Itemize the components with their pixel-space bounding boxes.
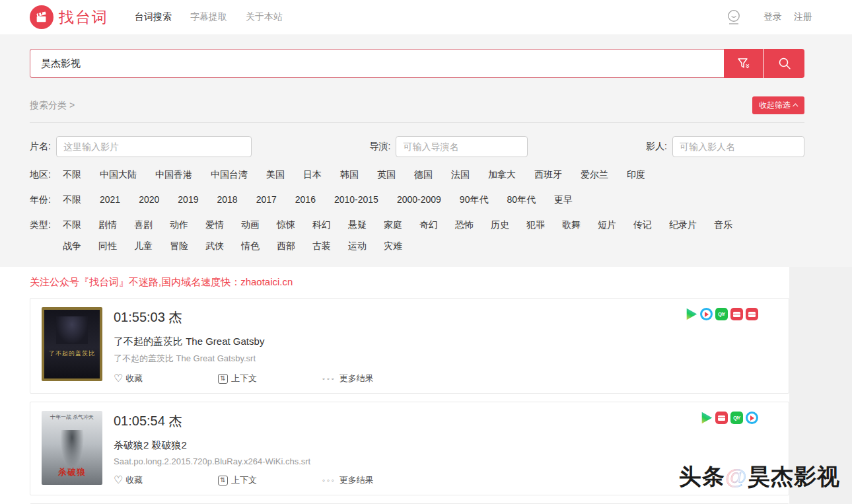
iqiyi-icon[interactable]: QIY bbox=[730, 412, 743, 424]
context-arrows-icon: ⇅ bbox=[218, 476, 228, 486]
region-option[interactable]: 英国 bbox=[377, 168, 396, 182]
movie-poster[interactable]: 了不起的盖茨比 bbox=[42, 307, 102, 381]
genre-option[interactable]: 爱情 bbox=[205, 218, 224, 233]
year-option[interactable]: 2010-2015 bbox=[334, 193, 378, 207]
video-site-red-icon[interactable] bbox=[746, 308, 758, 320]
genre-option[interactable]: 西部 bbox=[277, 239, 295, 254]
youku-icon[interactable] bbox=[746, 412, 758, 424]
login-link[interactable]: 登录 bbox=[763, 11, 782, 23]
region-option[interactable]: 美国 bbox=[266, 168, 285, 182]
tencent-video-icon[interactable] bbox=[685, 308, 697, 320]
register-link[interactable]: 注册 bbox=[794, 11, 812, 23]
region-filter-row: 地区: 不限中国大陆中国香港中国台湾美国日本韩国英国德国法国加拿大西班牙爱尔兰印… bbox=[30, 168, 804, 182]
region-option[interactable]: 印度 bbox=[627, 168, 645, 182]
announcement-text: 关注公众号『找台词』不迷路,国内域名速度快：zhaotaici.cn bbox=[30, 276, 822, 289]
year-option[interactable]: 不限 bbox=[63, 193, 81, 207]
video-site-red-icon[interactable] bbox=[730, 308, 743, 320]
year-option[interactable]: 2016 bbox=[295, 193, 316, 207]
youku-icon[interactable] bbox=[700, 308, 713, 320]
region-option[interactable]: 日本 bbox=[303, 168, 322, 182]
collapse-filters-button[interactable]: 收起筛选 bbox=[752, 96, 804, 114]
platform-icons: QIY bbox=[697, 412, 758, 424]
region-option[interactable]: 爱尔兰 bbox=[581, 168, 608, 182]
filter-button[interactable] bbox=[724, 49, 764, 78]
nav-item[interactable]: 字幕提取 bbox=[190, 11, 227, 23]
genre-option[interactable]: 奇幻 bbox=[419, 218, 438, 233]
year-option[interactable]: 2020 bbox=[139, 193, 159, 207]
year-option[interactable]: 90年代 bbox=[460, 193, 489, 207]
poster-title: 杀破狼 bbox=[42, 466, 102, 478]
region-option[interactable]: 德国 bbox=[414, 168, 433, 182]
genre-option[interactable]: 动作 bbox=[170, 218, 188, 233]
more-results-label: 更多结果 bbox=[339, 474, 374, 486]
genre-option[interactable]: 剧情 bbox=[98, 218, 117, 233]
genre-option[interactable]: 冒险 bbox=[170, 239, 188, 254]
video-site-red-icon[interactable] bbox=[715, 412, 728, 424]
region-option[interactable]: 中国香港 bbox=[155, 168, 192, 182]
subtitle-timestamp[interactable]: 01:05:54 bbox=[114, 414, 165, 428]
result-body: 01:55:03 杰 了不起的盖茨比 The Great Gatsby 了不起的… bbox=[114, 307, 778, 384]
genre-option[interactable]: 儿童 bbox=[134, 239, 153, 254]
user-avatar-icon[interactable] bbox=[725, 9, 742, 26]
genre-option[interactable]: 不限 bbox=[63, 218, 81, 233]
genre-option[interactable]: 动画 bbox=[241, 218, 260, 233]
subtitle-timestamp[interactable]: 01:55:03 bbox=[114, 310, 165, 324]
nav-item[interactable]: 台词搜索 bbox=[135, 11, 172, 23]
region-option[interactable]: 中国台湾 bbox=[211, 168, 248, 182]
context-button[interactable]: ⇅ 上下文 bbox=[218, 373, 322, 384]
genre-option[interactable]: 历史 bbox=[491, 218, 509, 233]
genre-option[interactable]: 传记 bbox=[633, 218, 652, 233]
year-option[interactable]: 2000-2009 bbox=[397, 193, 441, 207]
genre-option[interactable]: 纪录片 bbox=[669, 218, 697, 233]
movie-title-link[interactable]: 杀破狼2 殺破狼2 bbox=[114, 439, 778, 452]
genre-option[interactable]: 科幻 bbox=[312, 218, 331, 233]
movie-poster[interactable]: 十年一战 杀气冲天 杀破狼 bbox=[42, 411, 102, 485]
genre-option[interactable]: 短片 bbox=[598, 218, 616, 233]
movie-title-link[interactable]: 了不起的盖茨比 The Great Gatsby bbox=[114, 336, 778, 348]
filter-field-input[interactable] bbox=[672, 136, 804, 157]
genre-option[interactable]: 战争 bbox=[63, 239, 81, 254]
search-button[interactable] bbox=[764, 49, 804, 78]
favorite-button[interactable]: ♡ 收藏 bbox=[114, 474, 218, 486]
genre-option[interactable]: 同性 bbox=[98, 239, 117, 254]
region-option[interactable]: 加拿大 bbox=[488, 168, 516, 182]
genre-option[interactable]: 喜剧 bbox=[134, 218, 153, 233]
genre-filter-row: 类型: 不限剧情喜剧动作爱情动画惊悚科幻悬疑家庭奇幻恐怖历史犯罪歌舞短片传记纪录… bbox=[30, 218, 804, 254]
filter-field-input[interactable] bbox=[396, 136, 528, 157]
genre-option[interactable]: 音乐 bbox=[714, 218, 732, 233]
genre-option[interactable]: 武侠 bbox=[205, 239, 224, 254]
genre-option[interactable]: 犯罪 bbox=[526, 218, 545, 233]
region-option[interactable]: 韩国 bbox=[340, 168, 359, 182]
genre-option[interactable]: 古装 bbox=[312, 239, 331, 254]
favorite-button[interactable]: ♡ 收藏 bbox=[114, 373, 218, 384]
more-results-button[interactable]: ◦◦◦ 更多结果 bbox=[322, 373, 427, 384]
tencent-video-icon[interactable] bbox=[700, 412, 713, 424]
nav-item[interactable]: 关于本站 bbox=[246, 11, 283, 23]
genre-option[interactable]: 惊悚 bbox=[277, 218, 295, 233]
genre-option[interactable]: 歌舞 bbox=[562, 218, 581, 233]
genre-option[interactable]: 悬疑 bbox=[348, 218, 367, 233]
filter-field-input[interactable] bbox=[56, 136, 252, 157]
search-input[interactable] bbox=[30, 49, 724, 78]
region-option[interactable]: 中国大陆 bbox=[100, 168, 137, 182]
year-option[interactable]: 2019 bbox=[178, 193, 198, 207]
chevron-up-icon bbox=[793, 103, 798, 108]
year-option[interactable]: 2018 bbox=[217, 193, 237, 207]
year-option[interactable]: 80年代 bbox=[507, 193, 536, 207]
region-option[interactable]: 法国 bbox=[451, 168, 470, 182]
more-results-button[interactable]: ◦◦◦ 更多结果 bbox=[322, 474, 427, 486]
region-option[interactable]: 不限 bbox=[63, 168, 81, 182]
genre-option[interactable]: 灾难 bbox=[384, 239, 402, 254]
genre-option[interactable]: 家庭 bbox=[384, 218, 402, 233]
genre-option[interactable]: 情色 bbox=[241, 239, 260, 254]
context-button[interactable]: ⇅ 上下文 bbox=[218, 474, 322, 486]
genre-option[interactable]: 恐怖 bbox=[455, 218, 474, 233]
year-option[interactable]: 更早 bbox=[554, 193, 573, 207]
year-option[interactable]: 2017 bbox=[256, 193, 277, 207]
site-logo[interactable]: 找台词 bbox=[30, 5, 108, 29]
genre-option[interactable]: 运动 bbox=[348, 239, 367, 254]
year-option[interactable]: 2021 bbox=[100, 193, 120, 207]
iqiyi-icon[interactable]: QIY bbox=[715, 308, 728, 320]
region-option[interactable]: 西班牙 bbox=[534, 168, 562, 182]
search-category-link[interactable]: 搜索分类 > bbox=[30, 100, 75, 112]
